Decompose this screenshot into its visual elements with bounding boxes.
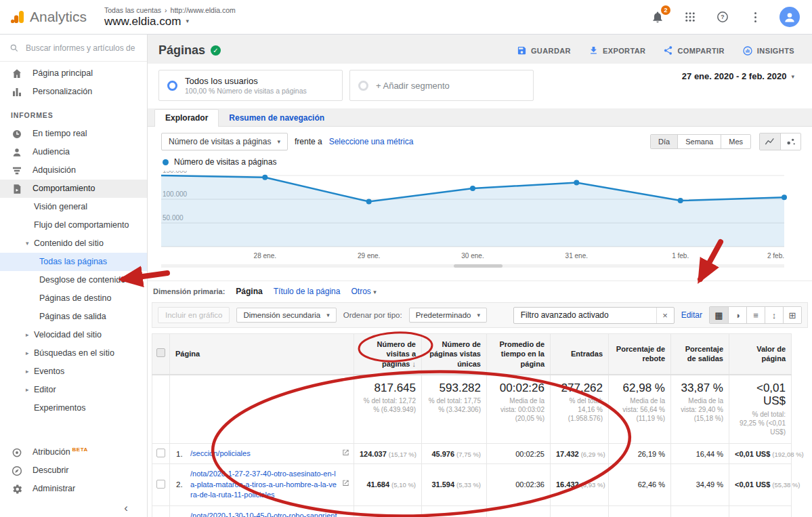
sidebar-item-desglose-de-contenido[interactable]: Desglose de contenido bbox=[0, 271, 147, 289]
chart-point[interactable] bbox=[574, 180, 579, 186]
sidebar-item-vision-general[interactable]: Visión general bbox=[0, 198, 147, 216]
column-header-numero-de-paginas-vistas-unicas[interactable]: Número de páginas vistas únicas bbox=[422, 334, 487, 375]
sidebar-item-administrar[interactable]: Administrar bbox=[0, 480, 147, 498]
compartir-button[interactable]: COMPARTIR bbox=[663, 45, 724, 56]
sidebar-item-label: Comportamiento bbox=[33, 184, 140, 194]
account-selector[interactable]: www.eldia.com ▾ bbox=[104, 15, 236, 28]
sort-desc-icon[interactable]: ↓ bbox=[412, 360, 416, 368]
save-icon bbox=[517, 45, 527, 56]
sidebar-nav: Página principalPersonalizaciónINFORMESE… bbox=[0, 62, 147, 443]
sidebar-collapse-button[interactable]: ‹ bbox=[0, 499, 147, 517]
chart-point[interactable] bbox=[262, 175, 268, 180]
sidebar-bottom-nav: AtribuciónBETADescubrirAdministrar bbox=[0, 443, 147, 499]
external-link-icon[interactable] bbox=[342, 480, 349, 490]
chart-scrollbar-handle[interactable] bbox=[454, 264, 503, 268]
select-metric-link[interactable]: Seleccione una métrica bbox=[329, 137, 414, 146]
sidebar-item-editor[interactable]: ▸Editor bbox=[0, 381, 147, 399]
chart-point[interactable] bbox=[470, 186, 475, 191]
close-icon[interactable]: × bbox=[656, 308, 674, 323]
sidebar-item-eventos[interactable]: ▸Eventos bbox=[0, 363, 147, 381]
granularity-semana[interactable]: Semana bbox=[677, 135, 721, 148]
sidebar-item-personalizacion[interactable]: Personalización bbox=[0, 83, 147, 101]
exportar-button[interactable]: EXPORTAR bbox=[589, 45, 646, 56]
sidebar-item-atribucion[interactable]: AtribuciónBETA bbox=[0, 443, 147, 461]
sidebar-search-input[interactable] bbox=[26, 43, 137, 53]
guardar-button[interactable]: GUARDAR bbox=[517, 45, 571, 56]
primary-dimension-titulo-de-la-pagina[interactable]: Título de la página bbox=[274, 287, 341, 296]
chart-point[interactable] bbox=[782, 194, 787, 200]
table-row: 1./seccion/policiales124.037(15,17 %)45.… bbox=[152, 443, 792, 463]
granularity-mes[interactable]: Mes bbox=[721, 135, 750, 148]
chevron-down-icon: ▾ bbox=[477, 312, 480, 318]
sidebar-item-busquedas-en-el-sitio[interactable]: ▸Búsquedas en el sitio bbox=[0, 344, 147, 363]
page-link[interactable]: /nota/2020-1-27-2-37-40-otro-asesinato-e… bbox=[190, 470, 337, 499]
user-avatar[interactable] bbox=[779, 7, 800, 27]
date-range-selector[interactable]: 27 ene. 2020 - 2 feb. 2020 ▾ bbox=[682, 71, 794, 81]
metric-selector-dropdown[interactable]: Número de visitas a páginas ▾ bbox=[161, 133, 288, 150]
notifications-button[interactable]: 2 bbox=[649, 9, 666, 25]
column-header-label: Página bbox=[175, 350, 200, 358]
sidebar-item-adquisicion[interactable]: Adquisición bbox=[0, 161, 147, 180]
percentage-view-button[interactable]: ◑ bbox=[728, 307, 746, 323]
column-header-numero-de-visitas-a-paginas[interactable]: Número de visitas a páginas↓ bbox=[354, 334, 422, 375]
attribution-icon bbox=[11, 447, 23, 459]
primary-dimension-row: Dimensión primaria: PáginaTítulo de la p… bbox=[148, 281, 812, 301]
column-header-porcentaje-de-salidas[interactable]: Porcentaje de salidas bbox=[671, 334, 729, 375]
trend-chart[interactable]: 50.000100.000150.00028 ene.29 ene.30 ene… bbox=[148, 168, 812, 275]
sidebar-item-paginas-de-destino[interactable]: Páginas de destino bbox=[0, 289, 147, 308]
breadcrumb-property[interactable]: http://www.eldia.com bbox=[171, 6, 236, 14]
edit-filter-link[interactable]: Editar bbox=[681, 310, 702, 320]
page-link[interactable]: /seccion/policiales bbox=[190, 449, 251, 457]
comparison-view-button[interactable]: ↕ bbox=[765, 307, 783, 323]
add-segment-card[interactable]: + Añadir segmento bbox=[349, 70, 534, 101]
sidebar-item-contenido-del-sitio[interactable]: ▾Contenido del sitio bbox=[0, 234, 147, 253]
primary-dimension-pagina[interactable]: Página bbox=[236, 287, 262, 296]
granularity-dia[interactable]: Día bbox=[651, 135, 677, 148]
sidebar-item-en-tiempo-real[interactable]: En tiempo real bbox=[0, 125, 147, 143]
segment-card-all-users[interactable]: Todos los usuarios 100,00 % Número de vi… bbox=[158, 70, 343, 101]
tab-resumen-de-navegacion[interactable]: Resumen de navegación bbox=[219, 110, 335, 127]
sidebar-item-audiencia[interactable]: Audiencia bbox=[0, 143, 147, 161]
line-chart-view-button[interactable] bbox=[760, 133, 780, 150]
sidebar-item-flujo-del-comportamiento[interactable]: Flujo del comportamiento bbox=[0, 216, 147, 234]
column-header-porcentaje-de-rebote[interactable]: Porcentaje de rebote bbox=[609, 334, 671, 375]
page-link[interactable]: /nota/2020-1-30-10-45-0-otro-robo-sangri… bbox=[190, 512, 337, 517]
performance-view-button[interactable]: ≡ bbox=[746, 307, 765, 323]
sidebar-item-todas-las-paginas[interactable]: Todas las páginas bbox=[0, 253, 147, 271]
pivot-view-button[interactable]: ⊞ bbox=[783, 307, 801, 323]
sidebar-search[interactable] bbox=[0, 35, 147, 62]
external-link-icon[interactable] bbox=[342, 449, 349, 459]
sidebar-item-descubrir[interactable]: Descubrir bbox=[0, 461, 147, 480]
sidebar-item-velocidad-del-sitio[interactable]: ▸Velocidad del sitio bbox=[0, 326, 147, 344]
apps-grid-button[interactable] bbox=[682, 9, 698, 25]
column-header-promedio-de-tiempo-en-la-pagina[interactable]: Promedio de tiempo en la página bbox=[487, 334, 551, 375]
row-checkbox[interactable] bbox=[156, 480, 165, 489]
sidebar-item-experimentos[interactable]: Experimentos bbox=[0, 399, 147, 417]
row-checkbox[interactable] bbox=[156, 449, 165, 457]
tab-explorador[interactable]: Explorador bbox=[154, 109, 219, 127]
sidebar-item-comportamiento[interactable]: Comportamiento bbox=[0, 180, 147, 198]
metric-cell: <0,01 US$(192,08 %) bbox=[729, 443, 792, 463]
chart-point[interactable] bbox=[366, 199, 372, 205]
primary-dimension-options: PáginaTítulo de la páginaOtros ▾ bbox=[236, 287, 376, 296]
breadcrumb[interactable]: Todas las cuentas › http://www.eldia.com bbox=[104, 6, 236, 14]
sidebar-item-pagina-principal[interactable]: Página principal bbox=[0, 64, 147, 83]
sort-type-dropdown[interactable]: Predeterminado ▾ bbox=[409, 308, 487, 323]
chart-point[interactable] bbox=[678, 198, 683, 203]
more-options-button[interactable] bbox=[747, 9, 763, 25]
primary-dimension-otros[interactable]: Otros ▾ bbox=[351, 287, 376, 296]
motion-chart-view-button[interactable] bbox=[780, 133, 800, 150]
help-button[interactable]: ? bbox=[714, 9, 731, 25]
breadcrumb-account[interactable]: Todas las cuentas bbox=[104, 6, 161, 14]
sidebar-item-paginas-de-salida[interactable]: Páginas de salida bbox=[0, 308, 147, 326]
column-header-valor-de-pagina[interactable]: Valor de página bbox=[729, 334, 792, 375]
secondary-dimension-dropdown[interactable]: Dimensión secundaria ▾ bbox=[236, 308, 336, 323]
analytics-home-link[interactable]: Analytics bbox=[9, 9, 98, 25]
column-header-entradas[interactable]: Entradas bbox=[551, 334, 609, 375]
admin-icon bbox=[11, 483, 23, 495]
plot-rows-button[interactable]: Incluir en gráfico bbox=[158, 307, 230, 323]
select-all-checkbox[interactable] bbox=[156, 348, 165, 357]
column-header-pagina[interactable]: Página bbox=[170, 334, 354, 375]
insights-button[interactable]: INSIGHTS bbox=[742, 45, 794, 56]
table-view-button[interactable]: ▦ bbox=[710, 307, 728, 323]
